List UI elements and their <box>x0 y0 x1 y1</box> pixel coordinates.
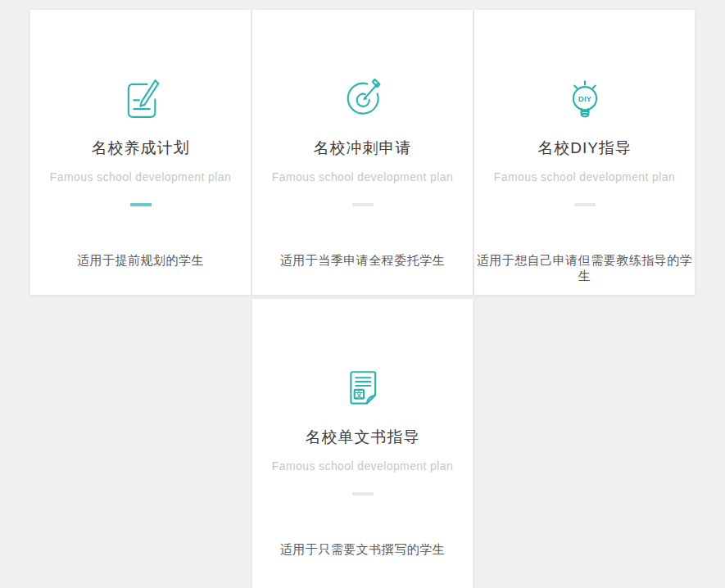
card-description: 适用于当季申请全程委托学生 <box>280 253 446 269</box>
card-divider <box>352 492 374 495</box>
card-title: 名校单文书指导 <box>306 427 420 448</box>
service-card-diy-guidance[interactable]: DIY 名校DIY指导 Famous school development pl… <box>474 10 695 295</box>
card-subtitle: Famous school development plan <box>272 170 453 183</box>
card-divider <box>130 203 152 206</box>
diy-bulb-icon: DIY <box>564 75 606 118</box>
card-title: 名校养成计划 <box>92 138 190 159</box>
card-subtitle: Famous school development plan <box>494 170 675 183</box>
card-description: 适用于想自己申请但需要教练指导的学生 <box>474 253 695 284</box>
card-divider <box>574 203 596 206</box>
service-card-sprint-application[interactable]: 名校冲刺申请 Famous school development plan 适用… <box>252 10 473 295</box>
card-subtitle: Famous school development plan <box>272 459 453 473</box>
card-title: 名校DIY指导 <box>537 138 632 159</box>
service-card-development-plan[interactable]: 名校养成计划 Famous school development plan 适用… <box>30 10 251 295</box>
card-title: 名校冲刺申请 <box>314 138 412 159</box>
target-dart-icon <box>342 75 384 118</box>
essay-document-icon: 文 <box>342 364 384 407</box>
essay-icon-text: 文 <box>354 390 363 399</box>
card-divider <box>352 203 374 206</box>
service-card-essay-guidance[interactable]: 文 名校单文书指导 Famous school development plan… <box>252 299 473 588</box>
edit-plan-icon <box>120 75 162 118</box>
card-subtitle: Famous school development plan <box>50 170 231 183</box>
card-description: 适用于只需要文书撰写的学生 <box>280 542 446 558</box>
service-cards-grid: 名校养成计划 Famous school development plan 适用… <box>30 10 695 588</box>
diy-icon-text: DIY <box>578 94 591 103</box>
card-description: 适用于提前规划的学生 <box>77 253 204 269</box>
